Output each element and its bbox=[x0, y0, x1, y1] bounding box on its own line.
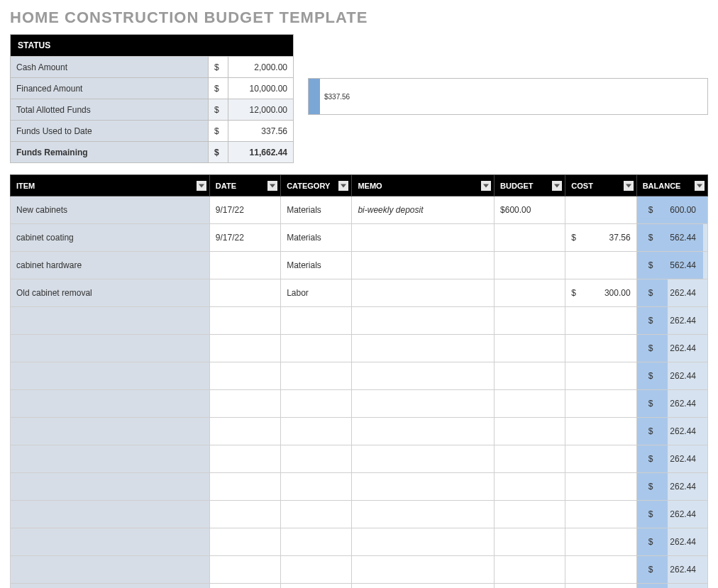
cell-date[interactable] bbox=[209, 473, 280, 501]
col-header-date[interactable]: DATE bbox=[209, 175, 280, 196]
cell-date[interactable] bbox=[209, 390, 280, 418]
cell-category[interactable] bbox=[281, 307, 352, 335]
cell-category[interactable] bbox=[281, 390, 352, 418]
cell-balance[interactable]: $262.44 bbox=[636, 390, 707, 418]
col-header-budget[interactable]: BUDGET bbox=[495, 175, 565, 196]
cell-category[interactable]: Materials bbox=[281, 252, 352, 279]
table-row[interactable]: Old cabinet removalLabor$300.00$262.44 bbox=[11, 279, 708, 307]
cell-cost[interactable] bbox=[565, 445, 636, 473]
cell-cost[interactable] bbox=[565, 196, 636, 224]
cell-memo[interactable] bbox=[352, 528, 495, 556]
cell-balance[interactable]: $262.44 bbox=[636, 501, 707, 528]
cell-item[interactable]: cabinet hardware bbox=[11, 252, 210, 279]
cell-memo[interactable] bbox=[352, 584, 495, 589]
cell-item[interactable] bbox=[11, 362, 210, 390]
col-header-memo[interactable]: MEMO bbox=[352, 175, 495, 196]
cell-date[interactable] bbox=[209, 252, 280, 279]
cell-item[interactable] bbox=[11, 584, 210, 589]
cell-category[interactable] bbox=[281, 418, 352, 445]
col-header-balance[interactable]: BALANCE bbox=[636, 175, 707, 196]
cell-category[interactable] bbox=[281, 445, 352, 473]
cell-date[interactable] bbox=[209, 335, 280, 362]
cell-memo[interactable]: bi-weekly deposit bbox=[352, 196, 495, 224]
cell-date[interactable] bbox=[209, 307, 280, 335]
cell-cost[interactable] bbox=[565, 501, 636, 528]
table-row[interactable]: cabinet coating9/17/22Materials$37.56$56… bbox=[11, 224, 708, 252]
cell-cost[interactable] bbox=[565, 556, 636, 584]
cell-budget[interactable] bbox=[495, 252, 565, 279]
cell-memo[interactable] bbox=[352, 335, 495, 362]
cell-cost[interactable] bbox=[565, 418, 636, 445]
cell-category[interactable] bbox=[281, 473, 352, 501]
cell-balance[interactable]: $262.44 bbox=[636, 362, 707, 390]
cell-item[interactable]: Old cabinet removal bbox=[11, 279, 210, 307]
cell-item[interactable] bbox=[11, 418, 210, 445]
cell-item[interactable]: cabinet coating bbox=[11, 224, 210, 252]
cell-item[interactable] bbox=[11, 445, 210, 473]
cell-cost[interactable] bbox=[565, 584, 636, 589]
cell-budget[interactable] bbox=[495, 335, 565, 362]
table-row[interactable]: New cabinets9/17/22Materialsbi-weekly de… bbox=[11, 196, 708, 224]
cell-memo[interactable] bbox=[352, 473, 495, 501]
cell-memo[interactable] bbox=[352, 390, 495, 418]
cell-date[interactable] bbox=[209, 556, 280, 584]
filter-dropdown-icon[interactable] bbox=[481, 181, 491, 191]
cell-item[interactable] bbox=[11, 528, 210, 556]
table-row[interactable]: $262.44 bbox=[11, 335, 708, 362]
cell-date[interactable]: 9/17/22 bbox=[209, 196, 280, 224]
table-row[interactable]: $262.44 bbox=[11, 362, 708, 390]
cell-item[interactable] bbox=[11, 390, 210, 418]
cell-balance[interactable]: $262.44 bbox=[636, 528, 707, 556]
cell-memo[interactable] bbox=[352, 445, 495, 473]
cell-cost[interactable] bbox=[565, 252, 636, 279]
table-row[interactable]: $262.44 bbox=[11, 501, 708, 528]
cell-cost[interactable] bbox=[565, 362, 636, 390]
cell-date[interactable] bbox=[209, 279, 280, 307]
cell-item[interactable] bbox=[11, 335, 210, 362]
cell-item[interactable] bbox=[11, 473, 210, 501]
table-row[interactable]: $262.44 bbox=[11, 528, 708, 556]
cell-budget[interactable] bbox=[495, 584, 565, 589]
filter-dropdown-icon[interactable] bbox=[267, 181, 277, 191]
cell-date[interactable]: 9/17/22 bbox=[209, 224, 280, 252]
cell-category[interactable] bbox=[281, 335, 352, 362]
cell-balance[interactable]: $562.44 bbox=[636, 224, 707, 252]
cell-budget[interactable] bbox=[495, 418, 565, 445]
cell-date[interactable] bbox=[209, 418, 280, 445]
cell-memo[interactable] bbox=[352, 252, 495, 279]
cell-category[interactable] bbox=[281, 556, 352, 584]
filter-dropdown-icon[interactable] bbox=[197, 181, 206, 191]
cell-balance[interactable]: $262.44 bbox=[636, 473, 707, 501]
cell-memo[interactable] bbox=[352, 279, 495, 307]
table-row[interactable]: $262.44 bbox=[11, 556, 708, 584]
table-row[interactable]: $262.44 bbox=[11, 390, 708, 418]
cell-balance[interactable]: $562.44 bbox=[636, 252, 707, 279]
cell-date[interactable] bbox=[209, 528, 280, 556]
cell-memo[interactable] bbox=[352, 224, 495, 252]
cell-memo[interactable] bbox=[352, 556, 495, 584]
cell-category[interactable] bbox=[281, 584, 352, 589]
cell-balance[interactable]: $262.44 bbox=[636, 418, 707, 445]
table-row[interactable]: cabinet hardwareMaterials$562.44 bbox=[11, 252, 708, 279]
cell-budget[interactable]: $600.00 bbox=[495, 196, 565, 224]
cell-cost[interactable] bbox=[565, 307, 636, 335]
col-header-item[interactable]: ITEM bbox=[11, 175, 210, 196]
table-row[interactable]: $262.44 bbox=[11, 584, 708, 589]
table-row[interactable]: $262.44 bbox=[11, 445, 708, 473]
cell-balance[interactable]: $262.44 bbox=[636, 445, 707, 473]
cell-memo[interactable] bbox=[352, 362, 495, 390]
cell-budget[interactable] bbox=[495, 307, 565, 335]
cell-balance[interactable]: $262.44 bbox=[636, 556, 707, 584]
cell-category[interactable]: Materials bbox=[281, 224, 352, 252]
cell-cost[interactable] bbox=[565, 335, 636, 362]
cell-category[interactable]: Materials bbox=[281, 196, 352, 224]
cell-category[interactable] bbox=[281, 528, 352, 556]
cell-budget[interactable] bbox=[495, 279, 565, 307]
cell-budget[interactable] bbox=[495, 501, 565, 528]
cell-cost[interactable]: $37.56 bbox=[565, 224, 636, 252]
cell-category[interactable] bbox=[281, 362, 352, 390]
filter-dropdown-icon[interactable] bbox=[624, 181, 634, 191]
cell-budget[interactable] bbox=[495, 556, 565, 584]
cell-memo[interactable] bbox=[352, 307, 495, 335]
cell-cost[interactable]: $300.00 bbox=[565, 279, 636, 307]
